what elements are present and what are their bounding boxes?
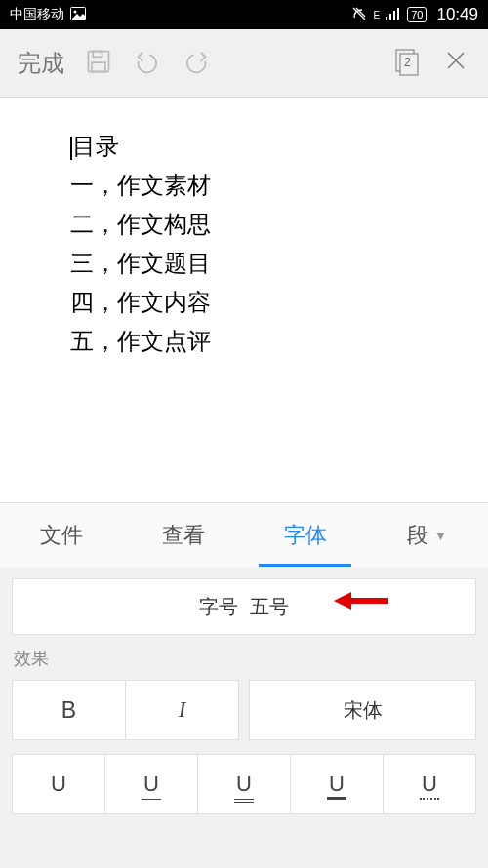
- image-icon: [70, 7, 86, 23]
- chevron-down-icon: ▼: [434, 528, 448, 543]
- underline-group: U U U U U: [12, 754, 476, 814]
- vibrate-icon: [350, 5, 368, 25]
- underline-double-button[interactable]: U: [197, 755, 290, 813]
- page-number: 2: [404, 56, 411, 69]
- font-panel: 字号 五号 效果 B I 宋体 U U U U U: [0, 567, 488, 868]
- svg-rect-7: [93, 51, 102, 57]
- close-button[interactable]: [431, 48, 480, 78]
- network-e-label: E: [374, 10, 381, 20]
- signal-icon: [386, 7, 401, 22]
- document-canvas[interactable]: 目录 一，作文素材 二，作文构思 三，作文题目 四，作文内容 五，作文点评: [0, 98, 488, 502]
- tab-font[interactable]: 字体: [244, 503, 366, 567]
- editor-toolbar: 完成 2: [0, 29, 488, 98]
- annotation-arrow-icon: [332, 588, 390, 613]
- font-size-value: 五号: [250, 594, 289, 620]
- doc-line: 五，作文点评: [70, 322, 488, 361]
- undo-button[interactable]: [123, 48, 172, 79]
- style-group: B I: [12, 680, 239, 740]
- effects-section-label: 效果: [14, 647, 476, 670]
- underline-none-button[interactable]: U: [13, 755, 104, 813]
- redo-button[interactable]: [172, 48, 221, 79]
- doc-line: 三，作文题目: [70, 244, 488, 283]
- doc-line: 二，作文构思: [70, 205, 488, 244]
- svg-point-1: [74, 10, 77, 13]
- done-button[interactable]: 完成: [8, 48, 74, 79]
- battery-icon: 70: [407, 7, 427, 22]
- doc-line: 四，作文内容: [70, 283, 488, 322]
- tab-paragraph[interactable]: 段▼: [366, 503, 488, 567]
- clock-label: 10:49: [436, 5, 478, 24]
- page-indicator-button[interactable]: 2: [383, 46, 431, 81]
- italic-button[interactable]: I: [125, 681, 238, 739]
- svg-rect-4: [393, 11, 395, 20]
- svg-rect-5: [397, 8, 399, 20]
- svg-rect-3: [389, 14, 391, 20]
- status-bar: 中国移动 E 70 10:49: [0, 0, 488, 29]
- tab-view[interactable]: 查看: [122, 503, 244, 567]
- font-size-button[interactable]: 字号 五号: [12, 578, 476, 635]
- save-button[interactable]: [74, 48, 123, 79]
- doc-line: 目录: [70, 127, 488, 166]
- svg-rect-8: [92, 62, 105, 71]
- undo-icon: [134, 48, 161, 75]
- tab-file[interactable]: 文件: [0, 503, 122, 567]
- underline-dotted-button[interactable]: U: [383, 755, 475, 813]
- save-icon: [85, 48, 112, 75]
- close-icon: [445, 50, 467, 71]
- doc-line: 一，作文素材: [70, 166, 488, 205]
- font-size-label: 字号: [199, 594, 238, 620]
- font-family-button[interactable]: 宋体: [249, 680, 476, 740]
- bold-button[interactable]: B: [13, 681, 125, 739]
- underline-thick-button[interactable]: U: [290, 755, 383, 813]
- svg-rect-2: [386, 17, 387, 20]
- underline-single-button[interactable]: U: [104, 755, 197, 813]
- redo-icon: [183, 48, 210, 75]
- format-tabs: 文件 查看 字体 段▼: [0, 502, 488, 567]
- carrier-label: 中国移动: [10, 6, 64, 23]
